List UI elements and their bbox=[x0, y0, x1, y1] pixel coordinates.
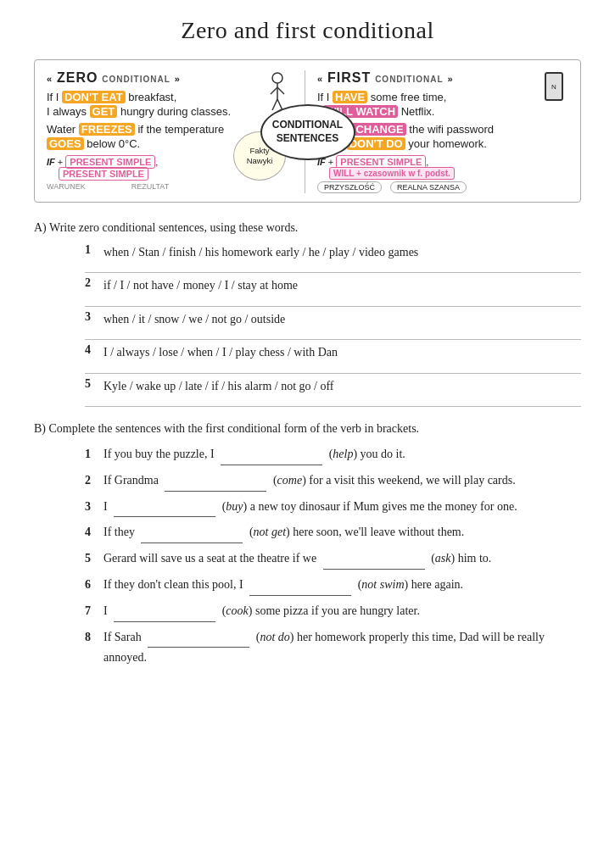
b-item-4: 4 If they (not get) here soon, we'll lea… bbox=[34, 522, 581, 543]
section-a-header: A) Write zero conditional sentences, usi… bbox=[34, 221, 581, 235]
section-a: A) Write zero conditional sentences, usi… bbox=[34, 221, 581, 407]
b7-num: 7 bbox=[85, 601, 103, 621]
item-a5-text: Kyle / wake up / late / if / his alarm /… bbox=[103, 377, 581, 396]
center-circle: CONDITIONALSENTENCES bbox=[260, 104, 355, 160]
b2-answer-line bbox=[165, 470, 266, 492]
b4-num: 4 bbox=[85, 522, 103, 542]
first-line-4: if you DON'T DO your homework. bbox=[317, 137, 568, 150]
item-a3-num: 3 bbox=[85, 310, 103, 324]
warunek-label: WARUNEK bbox=[47, 182, 86, 191]
exercise-item-a5: 5 Kyle / wake up / late / if / his alarm… bbox=[34, 377, 581, 396]
b3-num: 3 bbox=[85, 497, 103, 517]
line-a5 bbox=[85, 406, 581, 407]
diagram-box: « ZERO conditional » If I DON'T EAT brea… bbox=[34, 59, 581, 203]
item-a2-num: 2 bbox=[85, 276, 103, 290]
svg-line-2 bbox=[271, 87, 277, 94]
realna-szansa-label: REALNA SZANSA bbox=[390, 181, 467, 193]
svg-line-3 bbox=[277, 87, 284, 94]
b5-num: 5 bbox=[85, 548, 103, 569]
first-formula: IF + PRESENT SIMPLE, bbox=[317, 157, 568, 167]
b-item-3: 3 I (buy) a new toy dinosaur if Mum give… bbox=[34, 497, 581, 518]
item-a1-text: when / Stan / finish / his homework earl… bbox=[103, 243, 581, 262]
page-title: Zero and first conditional bbox=[34, 17, 581, 44]
line-a3 bbox=[85, 339, 581, 340]
b1-num: 1 bbox=[85, 444, 103, 465]
item-a4-num: 4 bbox=[85, 343, 103, 357]
first-line-1: If I HAVE some free time, bbox=[317, 91, 568, 103]
line-a1 bbox=[85, 272, 581, 273]
exercise-item-a1: 1 when / Stan / finish / his homework ea… bbox=[34, 243, 581, 262]
phone-icon: N bbox=[545, 72, 563, 101]
b8-num: 8 bbox=[85, 627, 103, 648]
b3-text: I (buy) a new toy dinosaur if Mum gives … bbox=[103, 497, 581, 518]
item-a4-text: I / always / lose / when / I / play ches… bbox=[103, 343, 581, 362]
b8-answer-line bbox=[148, 627, 249, 648]
b2-num: 2 bbox=[85, 470, 103, 491]
item-a5-num: 5 bbox=[85, 377, 103, 391]
b6-num: 6 bbox=[85, 575, 103, 595]
section-b-header: B) Complete the sentences with the first… bbox=[34, 422, 581, 436]
line-a4 bbox=[85, 373, 581, 374]
b1-text: If you buy the puzzle, I (help) you do i… bbox=[103, 444, 581, 465]
b-item-6: 6 If they don't clean this pool, I (not … bbox=[34, 575, 581, 596]
b-item-7: 7 I (cook) some pizza if you are hungry … bbox=[34, 601, 581, 622]
item-a2-text: if / I / not have / money / I / stay at … bbox=[103, 276, 581, 295]
b3-answer-line bbox=[114, 497, 215, 518]
svg-point-0 bbox=[272, 73, 282, 83]
zero-line-2: I always GET hungry during classes. bbox=[47, 105, 298, 118]
first-line-2: I WILL WATCH Netflix. bbox=[317, 105, 568, 118]
b4-text: If they (not get) here soon, we'll leave… bbox=[103, 522, 581, 543]
rezultat-label: REZULTAT bbox=[131, 182, 170, 191]
b6-text: If they don't clean this pool, I (not sw… bbox=[103, 575, 581, 596]
exercise-item-a3: 3 when / it / snow / we / not go / outsi… bbox=[34, 310, 581, 329]
item-a1-num: 1 bbox=[85, 243, 103, 257]
b-item-5: 5 Gerard will save us a seat at the thea… bbox=[34, 548, 581, 570]
section-b: B) Complete the sentences with the first… bbox=[34, 422, 581, 668]
b5-answer-line bbox=[323, 548, 425, 570]
b7-text: I (cook) some pizza if you are hungry la… bbox=[103, 601, 581, 622]
b7-answer-line bbox=[114, 601, 215, 622]
svg-line-4 bbox=[272, 99, 277, 110]
zero-title: « ZERO conditional » bbox=[47, 70, 298, 86]
b5-text: Gerard will save us a seat at the theatr… bbox=[103, 548, 581, 570]
item-a3-text: when / it / snow / we / not go / outside bbox=[103, 310, 581, 329]
first-formula-2: WILL + czasownik w f. podst. bbox=[329, 169, 568, 178]
b-item-8: 8 If Sarah (not do) her homework properl… bbox=[34, 627, 581, 669]
line-a2 bbox=[85, 306, 581, 307]
zero-line-1: If I DON'T EAT breakfast, bbox=[47, 91, 298, 103]
exercise-item-a2: 2 if / I / not have / money / I / stay a… bbox=[34, 276, 581, 295]
b1-answer-line bbox=[221, 444, 322, 465]
first-title: « FIRST conditional » bbox=[317, 70, 568, 86]
b8-text: If Sarah (not do) her homework properly … bbox=[103, 627, 581, 669]
b2-text: If Grandma (come) for a visit this weeke… bbox=[103, 470, 581, 492]
b-item-1: 1 If you buy the puzzle, I (help) you do… bbox=[34, 444, 581, 465]
przyszlosc-label: PRZYSZŁOŚĆ bbox=[317, 181, 382, 193]
b4-answer-line bbox=[141, 522, 243, 543]
exercise-item-a4: 4 I / always / lose / when / I / play ch… bbox=[34, 343, 581, 362]
b6-answer-line bbox=[249, 575, 351, 596]
zero-labels: WARUNEK REZULTAT bbox=[47, 182, 298, 191]
first-labels: PRZYSZŁOŚĆ REALNA SZANSA bbox=[317, 181, 568, 193]
b-item-2: 2 If Grandma (come) for a visit this wee… bbox=[34, 470, 581, 492]
